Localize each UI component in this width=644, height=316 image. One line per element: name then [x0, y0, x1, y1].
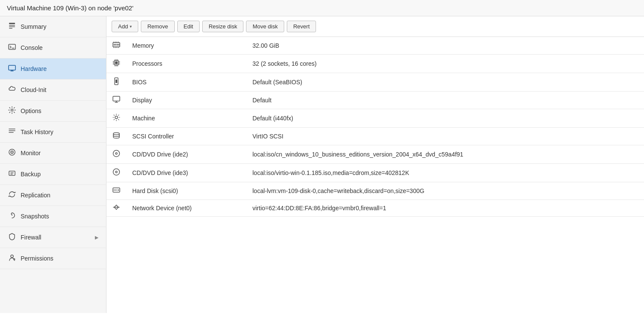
page-title: Virtual Machine 109 (Win-3) on node 'pve… [0, 0, 644, 16]
sidebar-item-label: Snapshots [21, 213, 49, 220]
sidebar-item-label: Replication [21, 192, 50, 199]
hw-item-name: Display [126, 92, 246, 109]
hw-item-name: Hard Disk (scsi0) [126, 182, 246, 200]
svg-rect-19 [115, 61, 118, 64]
backup-icon [8, 169, 16, 179]
chevron-right-icon: ▶ [95, 235, 98, 240]
hw-item-value: Default (i440fx) [246, 109, 644, 128]
table-row[interactable]: SCSI ControllerVirtIO SCSI [106, 128, 644, 145]
resize-disk-button[interactable]: Resize disk [202, 21, 243, 32]
hw-item-value: local:iso/virtio-win-0.1.185.iso,media=c… [246, 164, 644, 182]
hw-item-name: Machine [126, 109, 246, 128]
sidebar-item-options[interactable]: Options [0, 101, 106, 122]
memory-icon [106, 37, 126, 55]
snapshots-icon [8, 212, 16, 221]
sidebar-item-replication[interactable]: Replication [0, 185, 106, 206]
svg-point-9 [12, 152, 12, 153]
sidebar-item-label: Task History [21, 129, 53, 135]
content-area: Add▾RemoveEditResize diskMove diskRevert… [106, 16, 644, 313]
svg-rect-3 [9, 28, 12, 29]
sidebar-item-task-history[interactable]: Task History [0, 122, 106, 143]
hw-item-value: 32 (2 sockets, 16 cores) [246, 55, 644, 73]
svg-rect-17 [118, 44, 119, 46]
toolbar: Add▾RemoveEditResize diskMove diskRevert [106, 16, 644, 37]
svg-point-28 [115, 171, 117, 173]
sidebar-item-cloud-init[interactable]: Cloud-Init [0, 80, 106, 101]
hw-item-name: Memory [126, 37, 246, 55]
table-row[interactable]: MachineDefault (i440fx) [106, 109, 644, 128]
scsi-controller-icon [106, 128, 126, 145]
sidebar-item-label: Hardware [21, 65, 47, 72]
bios-icon [106, 73, 126, 92]
hw-item-name: SCSI Controller [126, 128, 246, 145]
svg-rect-0 [9, 23, 15, 24]
svg-point-6 [11, 109, 13, 111]
network-icon [106, 200, 126, 217]
edit-button[interactable]: Edit [177, 21, 200, 32]
table-row[interactable]: CD/DVD Drive (ide3)local:iso/virtio-win-… [106, 164, 644, 182]
sidebar-item-firewall[interactable]: Firewall▶ [0, 227, 106, 248]
sidebar-item-backup[interactable]: Backup [0, 164, 106, 185]
remove-button[interactable]: Remove [141, 21, 174, 32]
console-icon [8, 43, 16, 52]
table-row[interactable]: Memory32.00 GiB [106, 37, 644, 55]
hw-item-value: Default [246, 92, 644, 109]
table-row[interactable]: BIOSDefault (SeaBIOS) [106, 73, 644, 92]
svg-rect-2 [9, 27, 15, 28]
sidebar-item-label: Cloud-Init [21, 86, 46, 93]
move-disk-button[interactable]: Move disk [246, 21, 284, 32]
sidebar-item-console[interactable]: Console [0, 37, 106, 58]
sidebar-item-label: Firewall [21, 234, 41, 241]
svg-rect-5 [9, 65, 15, 70]
table-row[interactable]: Network Device (net0)virtio=62:44:DD:8E:… [106, 200, 644, 217]
svg-rect-21 [115, 80, 117, 83]
sidebar-item-summary[interactable]: Summary [0, 16, 106, 37]
svg-point-30 [118, 190, 119, 191]
task-history-icon [8, 127, 16, 137]
dropdown-arrow-icon: ▾ [130, 24, 132, 29]
svg-point-27 [113, 169, 120, 175]
hardware-table: Memory32.00 GiBProcessors32 (2 sockets, … [106, 37, 644, 217]
sidebar-item-label: Backup [21, 171, 41, 178]
replication-icon [8, 190, 16, 200]
sidebar-item-monitor[interactable]: Monitor [0, 143, 106, 164]
sidebar: SummaryConsoleHardwareCloud-InitOptionsT… [0, 16, 106, 313]
svg-rect-10 [9, 171, 15, 175]
options-icon [8, 106, 16, 116]
table-row[interactable]: Processors32 (2 sockets, 16 cores) [106, 55, 644, 73]
hard-disk-icon [106, 182, 126, 200]
hw-item-name: CD/DVD Drive (ide3) [126, 164, 246, 182]
hw-item-value: local-lvm:vm-109-disk-0,cache=writeback,… [246, 182, 644, 200]
hardware-icon [8, 64, 16, 74]
sidebar-item-label: Summary [21, 23, 46, 30]
permissions-icon [8, 254, 16, 263]
sidebar-item-permissions[interactable]: Permissions [0, 248, 106, 269]
svg-point-26 [115, 153, 117, 154]
svg-rect-4 [9, 44, 15, 49]
sidebar-item-label: Options [21, 107, 41, 114]
table-row[interactable]: DisplayDefault [106, 92, 644, 109]
hw-item-value: 32.00 GiB [246, 37, 644, 55]
sidebar-item-hardware[interactable]: Hardware [0, 58, 106, 80]
revert-button[interactable]: Revert [287, 21, 316, 32]
hw-item-value: Default (SeaBIOS) [246, 73, 644, 92]
hw-item-value: local:iso/cn_windows_10_business_edition… [246, 145, 644, 164]
add-button[interactable]: Add▾ [112, 21, 138, 32]
sidebar-item-snapshots[interactable]: Snapshots [0, 206, 106, 227]
svg-point-11 [11, 255, 13, 258]
svg-rect-15 [115, 44, 116, 46]
firewall-icon [8, 233, 16, 242]
sidebar-item-label: Permissions [21, 255, 53, 262]
sidebar-item-label: Console [21, 44, 43, 51]
svg-point-23 [115, 116, 118, 119]
cloud-init-icon [8, 85, 16, 95]
hw-item-name: CD/DVD Drive (ide2) [126, 145, 246, 164]
processors-icon [106, 55, 126, 73]
hw-item-name: Network Device (net0) [126, 200, 246, 217]
svg-point-24 [113, 133, 119, 135]
hw-item-name: BIOS [126, 73, 246, 92]
table-row[interactable]: Hard Disk (scsi0)local-lvm:vm-109-disk-0… [106, 182, 644, 200]
sidebar-item-label: Monitor [21, 150, 41, 156]
table-row[interactable]: CD/DVD Drive (ide2)local:iso/cn_windows_… [106, 145, 644, 164]
hw-item-name: Processors [126, 55, 246, 73]
